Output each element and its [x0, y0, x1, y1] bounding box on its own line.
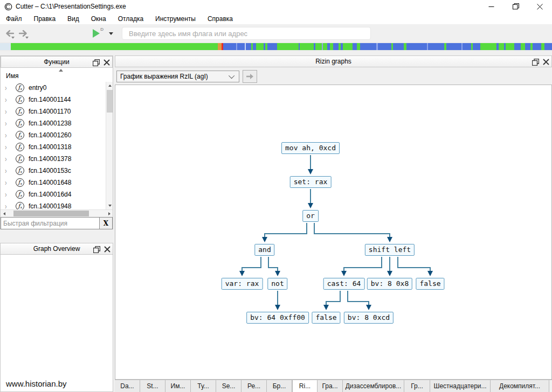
tab-11[interactable]: Шестнадцатери...	[430, 380, 491, 392]
scroll-left-arrow[interactable]	[1, 211, 8, 216]
debug-start-button[interactable]: D	[93, 27, 105, 39]
close-button[interactable]	[528, 0, 552, 13]
close-panel-icon[interactable]	[543, 59, 549, 65]
graph-overview-canvas[interactable]: www.historian.by	[0, 255, 113, 392]
menu-item-1[interactable]: Правка	[28, 13, 62, 24]
graph-type-select[interactable]: График выражения RzIL (agI)	[116, 71, 239, 82]
restore-icon	[513, 3, 519, 10]
graph-node-var[interactable]: var: rax	[222, 278, 263, 290]
forward-button[interactable]	[17, 27, 29, 39]
functions-panel-header[interactable]: Функции	[1, 56, 113, 68]
expand-chevron-icon[interactable]: ›	[5, 166, 10, 175]
function-row[interactable]: ›ƒxfcn.140001144	[1, 94, 106, 106]
function-row[interactable]: ›ƒxfcn.140001260	[1, 129, 106, 141]
tab-6[interactable]: Бр...	[267, 380, 292, 392]
memory-segment	[473, 43, 480, 50]
expand-chevron-icon[interactable]: ›	[5, 131, 10, 139]
menu-item-6[interactable]: Справка	[202, 13, 239, 24]
functions-column-header[interactable]: Имя	[1, 68, 113, 82]
tab-0[interactable]: Da...	[115, 380, 140, 392]
tab-7[interactable]: Ri...	[292, 380, 318, 392]
function-row[interactable]: ›ƒxfcn.140001948	[1, 200, 106, 209]
graph-node-shift[interactable]: shift left	[365, 244, 415, 256]
clear-filter-button[interactable]: X	[100, 217, 113, 229]
graph-node-false2[interactable]: false	[312, 312, 340, 324]
menu-item-2[interactable]: Вид	[61, 13, 85, 24]
menu-item-4[interactable]: Отладка	[112, 13, 149, 24]
function-row[interactable]: ›ƒxfcn.14000153c	[1, 165, 106, 177]
function-name: fcn.140001238	[29, 120, 71, 127]
search-input[interactable]	[122, 27, 371, 40]
function-row[interactable]: ›ƒxfcn.140001170	[1, 106, 106, 117]
scroll-up-arrow[interactable]	[106, 82, 113, 89]
sort-ascending-icon	[59, 69, 63, 72]
functions-horizontal-scrollbar[interactable]	[1, 209, 113, 217]
render-graph-button[interactable]	[243, 70, 257, 83]
scroll-down-arrow[interactable]	[106, 202, 113, 209]
graph-node-bv8a[interactable]: bv: 8 0x8	[367, 278, 412, 290]
graph-node-bv8b[interactable]: bv: 8 0xcd	[344, 312, 394, 324]
rizin-graphs-title: Rizin graphs	[115, 58, 551, 65]
expand-chevron-icon[interactable]: ›	[5, 107, 10, 116]
function-row[interactable]: ›ƒxfcn.1400016d4	[1, 188, 106, 200]
memory-segment	[525, 43, 530, 50]
expand-chevron-icon[interactable]: ›	[5, 190, 10, 199]
memory-segment	[323, 43, 327, 50]
graph-node-or[interactable]: or	[302, 210, 319, 222]
tab-1[interactable]: St...	[140, 380, 165, 392]
float-panel-icon[interactable]	[532, 59, 539, 66]
graph-canvas[interactable]: mov ah, 0xcdset: raxorandshift leftvar: …	[115, 85, 552, 380]
tab-2[interactable]: Им...	[165, 380, 191, 392]
tab-5[interactable]: Ре...	[242, 380, 267, 392]
graph-type-selected-value: График выражения RzIL (agI)	[120, 73, 230, 80]
restore-button[interactable]	[503, 0, 528, 13]
graph-node-bv64[interactable]: bv: 64 0xff00	[246, 312, 309, 324]
tab-4[interactable]: Se...	[216, 380, 242, 392]
graph-node-set[interactable]: set: rax	[290, 176, 332, 188]
expand-chevron-icon[interactable]: ›	[5, 143, 10, 151]
functions-panel: Функции Имя ›ƒxentry0›ƒxfcn.140001144›ƒx…	[0, 55, 113, 229]
tab-3[interactable]: Ту...	[191, 380, 216, 392]
expand-chevron-icon[interactable]: ›	[5, 178, 10, 187]
close-panel-icon[interactable]	[104, 246, 111, 253]
graph-node-and[interactable]: and	[254, 244, 274, 256]
tab-9[interactable]: Дизассемблиров...	[343, 380, 404, 392]
menu-item-0[interactable]: Файл	[0, 13, 28, 24]
menu-item-5[interactable]: Инструменты	[149, 13, 202, 24]
graph-node-false1[interactable]: false	[416, 278, 444, 290]
expand-chevron-icon[interactable]: ›	[5, 83, 10, 92]
horizontal-scroll-thumb[interactable]	[13, 211, 89, 216]
expand-chevron-icon[interactable]: ›	[5, 202, 10, 209]
vertical-scroll-thumb[interactable]	[107, 90, 113, 113]
memory-map-bar[interactable]	[0, 43, 552, 50]
memory-segment	[378, 43, 391, 50]
debug-dropdown-caret[interactable]	[109, 32, 113, 35]
forward-dropdown-caret	[25, 37, 29, 39]
rizin-graphs-header[interactable]: Rizin graphs	[115, 55, 552, 67]
graph-node-mov[interactable]: mov ah, 0xcd	[281, 142, 340, 154]
menu-item-3[interactable]: Окна	[85, 13, 112, 24]
tab-10[interactable]: Гр...	[404, 380, 430, 392]
expand-chevron-icon[interactable]: ›	[5, 95, 10, 104]
graph-overview-header[interactable]: Graph Overview	[0, 243, 113, 255]
expand-chevron-icon[interactable]: ›	[5, 155, 10, 163]
float-panel-icon[interactable]	[93, 59, 100, 66]
rizin-graphs-panel: Rizin graphs График выражения RzIL (agI)	[115, 55, 552, 392]
close-panel-icon[interactable]	[104, 59, 110, 66]
functions-vertical-scrollbar[interactable]	[106, 82, 113, 209]
function-row[interactable]: ›ƒxfcn.140001648	[1, 177, 106, 188]
function-row[interactable]: ›ƒxfcn.140001318	[1, 141, 106, 153]
function-row[interactable]: ›ƒxfcn.140001378	[1, 153, 106, 165]
function-row[interactable]: ›ƒxentry0	[1, 82, 106, 94]
back-button[interactable]	[3, 27, 15, 39]
tab-8[interactable]: Гра...	[318, 380, 343, 392]
scroll-right-arrow[interactable]	[106, 211, 113, 216]
graph-node-not[interactable]: not	[267, 278, 287, 290]
expand-chevron-icon[interactable]: ›	[5, 119, 10, 128]
graph-node-cast[interactable]: cast: 64	[323, 278, 365, 290]
quick-filter-input[interactable]	[1, 217, 100, 229]
function-row[interactable]: ›ƒxfcn.140001238	[1, 117, 106, 129]
float-panel-icon[interactable]	[93, 246, 100, 253]
minimize-button[interactable]	[479, 0, 503, 13]
tab-12[interactable]: Декомпилят...	[491, 380, 549, 392]
